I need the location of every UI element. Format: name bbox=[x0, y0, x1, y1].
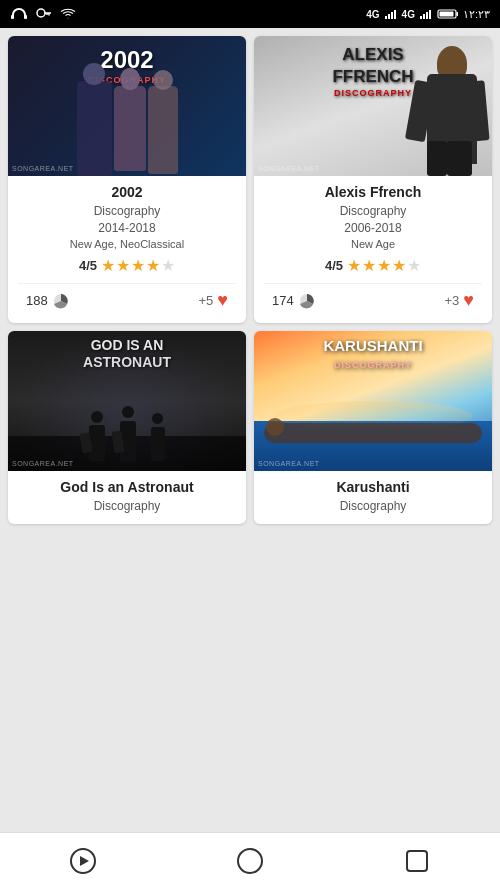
heart-icon-alexis: ♥ bbox=[463, 290, 474, 311]
year-range-alexis: 2006-2018 bbox=[264, 221, 482, 235]
network-1: 4G bbox=[366, 9, 379, 20]
star-1: ★ bbox=[347, 256, 361, 275]
album-type-2002: Discography bbox=[18, 204, 236, 218]
star-1: ★ bbox=[101, 256, 115, 275]
listen-number-2002: 188 bbox=[26, 293, 48, 308]
card-alexis[interactable]: ALEXISFFRENCH DISCOGRAPHY SONGAREA.NET A… bbox=[254, 36, 492, 323]
heart-icon-2002: ♥ bbox=[217, 290, 228, 311]
svg-rect-22 bbox=[407, 851, 427, 871]
recents-nav-icon bbox=[404, 848, 430, 874]
status-bar-right: 4G 4G ۱۲:۲۳ bbox=[366, 8, 490, 21]
album-cover-god: GOD IS ANASTRONAUT bbox=[8, 331, 246, 471]
listen-number-alexis: 174 bbox=[272, 293, 294, 308]
card-grid: 2002 DISCOGRAPHY SONGAREA.NET bbox=[8, 36, 492, 524]
plus-number-alexis: +3 bbox=[444, 293, 459, 308]
star-2: ★ bbox=[362, 256, 376, 275]
artist-name-alexis: Alexis Ffrench bbox=[264, 184, 482, 200]
card-body-2002: 2002 Discography 2014-2018 New Age, NeoC… bbox=[8, 176, 246, 323]
stars-2002: ★ ★ ★ ★ ★ bbox=[101, 256, 175, 275]
status-bar: 4G 4G ۱۲:۲۳ bbox=[0, 0, 500, 28]
album-type-alexis: Discography bbox=[264, 204, 482, 218]
album-title-karushanti: KARUSHANTI DISCOGRAPHY bbox=[254, 336, 492, 373]
stats-row-2002: 188 +5 ♥ bbox=[18, 283, 236, 315]
star-3: ★ bbox=[377, 256, 391, 275]
card-body-karushanti: Karushanti Discography bbox=[254, 471, 492, 524]
star-5: ★ bbox=[161, 256, 175, 275]
svg-rect-0 bbox=[11, 15, 14, 19]
album-type-karushanti: Discography bbox=[264, 499, 482, 513]
svg-point-2 bbox=[37, 9, 45, 17]
watermark-god: SONGAREA.NET bbox=[12, 460, 74, 467]
recents-button[interactable] bbox=[395, 839, 439, 883]
rating-label-2002: 4/5 bbox=[79, 258, 97, 273]
svg-marker-20 bbox=[80, 856, 89, 866]
svg-rect-7 bbox=[388, 14, 390, 19]
rating-label-alexis: 4/5 bbox=[325, 258, 343, 273]
album-type-god: Discography bbox=[18, 499, 236, 513]
svg-rect-12 bbox=[426, 12, 428, 19]
pie-chart-2002 bbox=[52, 292, 70, 310]
year-range-2002: 2014-2018 bbox=[18, 221, 236, 235]
genre-2002: New Age, NeoClassical bbox=[18, 238, 236, 250]
svg-rect-15 bbox=[439, 12, 453, 17]
key-icon bbox=[36, 8, 52, 20]
rating-row-2002: 4/5 ★ ★ ★ ★ ★ bbox=[18, 256, 236, 275]
album-cover-alexis: ALEXISFFRENCH DISCOGRAPHY SONGAREA.NET bbox=[254, 36, 492, 176]
svg-rect-8 bbox=[391, 12, 393, 19]
artist-name-2002: 2002 bbox=[18, 184, 236, 200]
play-nav-icon bbox=[69, 847, 97, 875]
listen-count-alexis: 174 bbox=[272, 292, 316, 310]
card-body-alexis: Alexis Ffrench Discography 2006-2018 New… bbox=[254, 176, 492, 323]
signal-1-icon bbox=[384, 8, 398, 20]
watermark-2002: SONGAREA.NET bbox=[12, 165, 74, 172]
svg-rect-1 bbox=[24, 15, 27, 19]
home-button[interactable] bbox=[228, 839, 272, 883]
star-4: ★ bbox=[392, 256, 406, 275]
album-cover-2002: 2002 DISCOGRAPHY SONGAREA.NET bbox=[8, 36, 246, 176]
stars-alexis: ★ ★ ★ ★ ★ bbox=[347, 256, 421, 275]
star-5: ★ bbox=[407, 256, 421, 275]
svg-rect-11 bbox=[423, 14, 425, 19]
home-nav-icon bbox=[236, 847, 264, 875]
status-bar-left bbox=[10, 7, 76, 21]
star-2: ★ bbox=[116, 256, 130, 275]
svg-rect-6 bbox=[385, 16, 387, 19]
listen-count-2002: 188 bbox=[26, 292, 70, 310]
play-button[interactable] bbox=[61, 839, 105, 883]
svg-rect-16 bbox=[456, 12, 458, 16]
time-display: ۱۲:۲۳ bbox=[463, 8, 490, 21]
wifi-icon bbox=[60, 8, 76, 20]
headphone-icon bbox=[10, 7, 28, 21]
watermark-alexis: SONGAREA.NET bbox=[258, 165, 320, 172]
card-god[interactable]: GOD IS ANASTRONAUT bbox=[8, 331, 246, 524]
watermark-karushanti: SONGAREA.NET bbox=[258, 460, 320, 467]
star-3: ★ bbox=[131, 256, 145, 275]
stats-row-alexis: 174 +3 ♥ bbox=[264, 283, 482, 315]
main-content: 2002 DISCOGRAPHY SONGAREA.NET bbox=[0, 28, 500, 832]
pie-chart-alexis bbox=[298, 292, 316, 310]
svg-rect-13 bbox=[429, 10, 431, 19]
plus-count-alexis: +3 ♥ bbox=[444, 290, 474, 311]
card-body-god: God Is an Astronaut Discography bbox=[8, 471, 246, 524]
rating-row-alexis: 4/5 ★ ★ ★ ★ ★ bbox=[264, 256, 482, 275]
card-2002[interactable]: 2002 DISCOGRAPHY SONGAREA.NET bbox=[8, 36, 246, 323]
star-4: ★ bbox=[146, 256, 160, 275]
svg-rect-9 bbox=[394, 10, 396, 19]
network-2: 4G bbox=[402, 9, 415, 20]
artist-name-god: God Is an Astronaut bbox=[18, 479, 236, 495]
plus-number-2002: +5 bbox=[198, 293, 213, 308]
plus-count-2002: +5 ♥ bbox=[198, 290, 228, 311]
genre-alexis: New Age bbox=[264, 238, 482, 250]
svg-point-21 bbox=[238, 849, 262, 873]
card-karushanti[interactable]: KARUSHANTI DISCOGRAPHY SONGAREA.NET Karu… bbox=[254, 331, 492, 524]
svg-rect-10 bbox=[420, 16, 422, 19]
album-cover-karushanti: KARUSHANTI DISCOGRAPHY SONGAREA.NET bbox=[254, 331, 492, 471]
artist-name-karushanti: Karushanti bbox=[264, 479, 482, 495]
bottom-nav bbox=[0, 832, 500, 888]
signal-2-icon bbox=[419, 8, 433, 20]
battery-icon bbox=[437, 8, 459, 20]
